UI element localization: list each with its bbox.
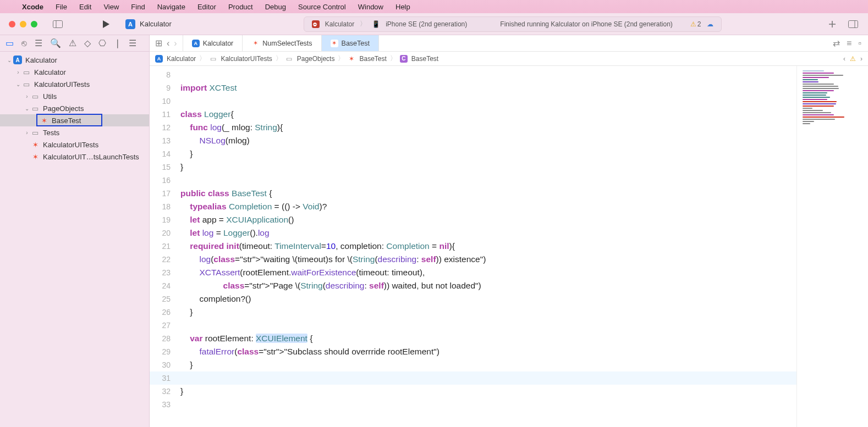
tab-basetest[interactable]: ✶ BaseTest xyxy=(322,35,379,51)
disclosure-triangle-icon[interactable]: › xyxy=(15,69,21,75)
code-text[interactable]: XCTAssert(rootElement.waitForExistence(t… xyxy=(180,266,796,279)
related-items-icon[interactable]: ⊞ xyxy=(155,38,162,48)
minimize-window-button[interactable] xyxy=(20,21,26,27)
add-editor-button[interactable] xyxy=(826,18,838,30)
activity-status-bar[interactable]: ⛔︎ Kalculator 〉 📱 iPhone SE (2nd generat… xyxy=(304,16,722,32)
code-text[interactable]: fatalError(class="str">"Subclass should … xyxy=(180,345,796,358)
code-text[interactable]: } xyxy=(180,385,796,398)
code-text[interactable]: NSLog(mlog) xyxy=(180,134,796,147)
code-text[interactable]: } xyxy=(180,358,796,371)
code-line[interactable]: 8 xyxy=(150,68,796,81)
issue-navigator-icon[interactable]: ⚠︎ xyxy=(69,38,76,48)
code-text[interactable]: log(class="str">"waiting \(timeout)s for… xyxy=(180,253,796,266)
adjust-editor-options-icon[interactable]: ⇄ xyxy=(833,38,840,48)
disclosure-triangle-icon[interactable]: › xyxy=(24,130,30,136)
jump-bar[interactable]: A Kalculator 〉 ▭ KalculatorUITests 〉 ▭ P… xyxy=(150,52,868,66)
menu-view[interactable]: View xyxy=(103,3,119,11)
code-line[interactable]: 20 let log = Logger().log xyxy=(150,226,796,240)
code-text[interactable]: let log = Logger().log xyxy=(180,226,796,240)
menu-edit[interactable]: Edit xyxy=(79,3,91,11)
go-back-button[interactable]: ‹ xyxy=(167,38,169,48)
project-root[interactable]: ⌄ A Kalculator xyxy=(0,54,149,66)
code-line[interactable]: 26 } xyxy=(150,306,796,319)
menu-navigate[interactable]: Navigate xyxy=(157,3,185,11)
minimap[interactable] xyxy=(796,66,868,427)
disclosure-triangle-icon[interactable]: › xyxy=(24,93,30,99)
add-editor-right-icon[interactable]: ▫ xyxy=(858,38,861,48)
report-navigator-icon[interactable]: ☰ xyxy=(129,38,136,48)
tab-kalculator[interactable]: A Kalculator xyxy=(183,35,243,51)
code-text[interactable] xyxy=(180,371,796,385)
menu-window[interactable]: Window xyxy=(358,3,383,11)
code-text[interactable]: } xyxy=(180,147,796,160)
next-issue-icon[interactable]: › xyxy=(860,55,862,63)
tree-file[interactable]: ✶BaseTest xyxy=(0,114,149,126)
code-line[interactable]: 14 } xyxy=(150,147,796,160)
code-line[interactable]: 25 completion?() xyxy=(150,292,796,306)
editor-layout-icon[interactable]: ≡ xyxy=(847,38,851,48)
code-text[interactable]: } xyxy=(180,306,796,319)
code-text[interactable]: completion?() xyxy=(180,292,796,306)
disclosure-triangle-icon[interactable]: ⌄ xyxy=(7,57,12,63)
symbol-navigator-icon[interactable]: ☰ xyxy=(35,38,42,48)
code-text[interactable] xyxy=(180,398,796,411)
toggle-navigator-icon[interactable] xyxy=(52,18,64,30)
code-line[interactable]: 33 xyxy=(150,398,796,411)
code-line[interactable]: 27 xyxy=(150,319,796,332)
breadcrumb-item[interactable]: BaseTest xyxy=(411,55,438,63)
code-text[interactable]: public class BaseTest { xyxy=(180,187,796,200)
code-line[interactable]: 13 NSLog(mlog) xyxy=(150,134,796,147)
code-line[interactable]: 11class Logger{ xyxy=(150,108,796,121)
code-line[interactable]: 31 xyxy=(150,371,796,385)
menu-debug[interactable]: Debug xyxy=(265,3,286,11)
app-menu[interactable]: Xcode xyxy=(22,3,43,11)
code-text[interactable]: typealias Completion = (() -> Void)? xyxy=(180,200,796,213)
warning-triangle-icon[interactable]: ⚠︎ xyxy=(850,55,856,63)
code-line[interactable]: 10 xyxy=(150,95,796,108)
code-text[interactable] xyxy=(180,68,796,81)
code-text[interactable] xyxy=(180,319,796,332)
debug-navigator-icon[interactable]: ⎔ xyxy=(98,38,106,48)
code-line[interactable]: 9import XCTest xyxy=(150,81,796,95)
menu-find[interactable]: Find xyxy=(131,3,145,11)
code-text[interactable]: import XCTest xyxy=(180,81,796,95)
code-line[interactable]: 29 fatalError(class="str">"Subclass shou… xyxy=(150,345,796,358)
code-line[interactable]: 32} xyxy=(150,385,796,398)
code-text[interactable]: func log(_ mlog: String){ xyxy=(180,121,796,134)
close-window-button[interactable] xyxy=(9,21,15,27)
menu-source-control[interactable]: Source Control xyxy=(298,3,346,11)
code-line[interactable]: 12 func log(_ mlog: String){ xyxy=(150,121,796,134)
code-text[interactable] xyxy=(180,174,796,187)
menu-help[interactable]: Help xyxy=(395,3,410,11)
cloud-status-icon[interactable]: ☁︎ xyxy=(707,20,713,28)
code-line[interactable]: 19 let app = XCUIApplication() xyxy=(150,213,796,226)
code-line[interactable]: 16 xyxy=(150,174,796,187)
source-editor[interactable]: 89import XCTest1011class Logger{12 func … xyxy=(150,66,796,411)
scheme-project-name[interactable]: Kalculator xyxy=(140,20,172,28)
breadcrumb-item[interactable]: BaseTest xyxy=(359,55,386,63)
test-navigator-icon[interactable]: ◇ xyxy=(84,38,91,48)
breadcrumb-item[interactable]: Kalculator xyxy=(167,55,196,63)
code-line[interactable]: 15} xyxy=(150,160,796,174)
code-line[interactable]: 24 class="str">"Page \(String(describing… xyxy=(150,279,796,292)
code-line[interactable]: 22 log(class="str">"waiting \(timeout)s … xyxy=(150,253,796,266)
tree-folder[interactable]: ›▭Tests xyxy=(0,126,149,138)
tree-folder[interactable]: ›▭Kalculator xyxy=(0,66,149,78)
prev-issue-icon[interactable]: ‹ xyxy=(843,55,845,63)
disclosure-triangle-icon[interactable]: ⌄ xyxy=(15,81,21,87)
code-line[interactable]: 17public class BaseTest { xyxy=(150,187,796,200)
code-text[interactable]: } xyxy=(180,160,796,174)
menu-file[interactable]: File xyxy=(56,3,67,11)
breadcrumb-item[interactable]: KalculatorUITests xyxy=(221,55,272,63)
tree-folder[interactable]: ›▭Utils xyxy=(0,90,149,102)
tree-file[interactable]: ✶KalculatorUIT…tsLaunchTests xyxy=(0,151,149,163)
code-text[interactable]: let app = XCUIApplication() xyxy=(180,213,796,226)
code-line[interactable]: 28 var rootElement: XCUIElement { xyxy=(150,332,796,345)
tree-folder[interactable]: ⌄▭KalculatorUITests xyxy=(0,78,149,90)
toggle-inspector-icon[interactable] xyxy=(847,18,859,30)
code-text[interactable]: class="str">"Page \(String(describing: s… xyxy=(180,279,796,292)
breadcrumb-item[interactable]: PageObjects xyxy=(297,55,335,63)
code-line[interactable]: 23 XCTAssert(rootElement.waitForExistenc… xyxy=(150,266,796,279)
source-control-navigator-icon[interactable]: ⎋ xyxy=(21,38,27,48)
tree-file[interactable]: ✶KalculatorUITests xyxy=(0,138,149,151)
